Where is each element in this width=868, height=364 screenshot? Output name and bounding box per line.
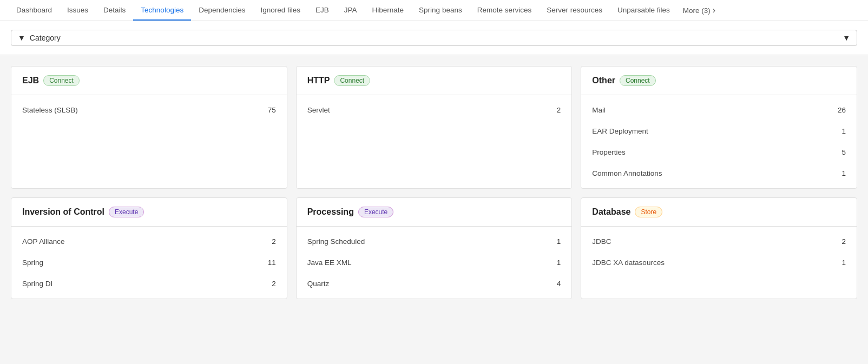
card-row-label: JDBC	[592, 237, 611, 246]
card-row-label: Stateless (SLSB)	[22, 106, 78, 114]
card-row-value: 1	[557, 259, 561, 267]
card-row-label: Spring Scheduled	[307, 237, 365, 246]
card-body: Servlet 2	[297, 95, 572, 125]
card-body: Mail 26 EAR Deployment 1 Properties 5 Co…	[581, 95, 857, 188]
nav-tab-spring-beans[interactable]: Spring beans	[411, 1, 470, 21]
card-row-label: Spring DI	[22, 280, 52, 288]
card-row-label: Servlet	[307, 106, 330, 114]
card-processing: Processing Execute Spring Scheduled 1 Ja…	[296, 197, 573, 299]
cards-grid: EJB Connect Stateless (SLSB) 75 HTTP Con…	[11, 66, 857, 299]
card-row: Spring Scheduled 1	[297, 231, 572, 252]
card-row-value: 1	[841, 169, 846, 177]
card-row: JDBC XA datasources 1	[581, 252, 857, 273]
card-row-value: 2	[841, 237, 846, 246]
card-row: EAR Deployment 1	[581, 121, 857, 142]
card-title: Processing	[307, 207, 354, 217]
card-title: Inversion of Control	[22, 207, 104, 217]
card-badge: Execute	[109, 207, 144, 217]
card-row-label: Mail	[592, 106, 606, 114]
nav-tab-ignored-files[interactable]: Ignored files	[253, 1, 308, 21]
card-row: Stateless (SLSB) 75	[11, 100, 287, 121]
nav-tab-unparsable-files[interactable]: Unparsable files	[610, 1, 678, 21]
card-row: Common Annotations 1	[581, 163, 857, 184]
card-row-value: 1	[841, 127, 846, 135]
card-row: Spring 11	[11, 252, 287, 273]
card-row: Java EE XML 1	[297, 252, 572, 273]
card-row: Spring DI 2	[11, 273, 287, 294]
card-row: Mail 26	[581, 100, 857, 121]
card-body: Stateless (SLSB) 75	[11, 95, 287, 125]
nav-tab-dependencies[interactable]: Dependencies	[191, 1, 253, 21]
card-row-value: 1	[557, 237, 561, 246]
nav-tab-hibernate[interactable]: Hibernate	[365, 1, 412, 21]
nav-tab-technologies[interactable]: Technologies	[133, 1, 191, 21]
card-body: AOP Alliance 2 Spring 11 Spring DI 2	[11, 227, 287, 299]
main-content: EJB Connect Stateless (SLSB) 75 HTTP Con…	[0, 55, 868, 364]
card-row: Quartz 4	[297, 273, 572, 294]
nav-tab-details[interactable]: Details	[96, 1, 133, 21]
card-row: Servlet 2	[297, 100, 572, 121]
filter-label: Category	[30, 34, 61, 42]
nav-tab-issues[interactable]: Issues	[60, 1, 96, 21]
card-body: JDBC 2 JDBC XA datasources 1	[581, 227, 857, 277]
card-title: HTTP	[307, 76, 330, 85]
card-title: EJB	[22, 76, 39, 85]
card-header-processing: Processing Execute	[297, 198, 572, 227]
nav-tab-jpa[interactable]: JPA	[337, 1, 365, 21]
card-row-value: 1	[841, 259, 846, 267]
card-row-value: 26	[838, 106, 846, 114]
card-row-label: Java EE XML	[307, 259, 352, 267]
card-header-ioc: Inversion of Control Execute	[11, 198, 287, 227]
card-body: Spring Scheduled 1 Java EE XML 1 Quartz …	[297, 227, 572, 299]
card-header-other: Other Connect	[581, 67, 857, 95]
card-row-value: 5	[841, 148, 846, 156]
nav-tab-more[interactable]: More (3)›	[678, 0, 721, 21]
category-filter[interactable]: ▼ Category ▼	[11, 30, 857, 46]
card-row-value: 2	[272, 280, 276, 288]
card-row-value: 2	[272, 237, 276, 246]
card-row-value: 75	[268, 106, 276, 114]
card-database: Database Store JDBC 2 JDBC XA datasource…	[581, 197, 857, 299]
filter-chevron: ▼	[843, 34, 850, 42]
card-title: Database	[592, 207, 630, 217]
card-row-value: 2	[557, 106, 561, 114]
more-label: More (3)	[683, 6, 711, 15]
filter-icon: ▼	[18, 34, 25, 42]
card-row-label: JDBC XA datasources	[592, 259, 665, 267]
card-badge: Store	[635, 207, 662, 217]
card-row-label: EAR Deployment	[592, 127, 648, 135]
card-row: Properties 5	[581, 142, 857, 163]
card-other: Other Connect Mail 26 EAR Deployment 1 P…	[581, 66, 857, 189]
card-badge: Connect	[43, 75, 80, 86]
more-chevron: ›	[713, 5, 715, 15]
card-row-label: Common Annotations	[592, 169, 662, 177]
card-row-label: AOP Alliance	[22, 237, 65, 246]
card-row: AOP Alliance 2	[11, 231, 287, 252]
card-row-label: Quartz	[307, 280, 330, 288]
card-badge: Connect	[334, 75, 370, 86]
nav-tab-remote-services[interactable]: Remote services	[470, 1, 540, 21]
card-header-http: HTTP Connect	[297, 67, 572, 95]
nav-tab-server-resources[interactable]: Server resources	[539, 1, 610, 21]
card-row-value: 4	[557, 280, 561, 288]
card-row-value: 11	[268, 259, 276, 267]
nav-tabs: DashboardIssuesDetailsTechnologiesDepend…	[0, 0, 868, 21]
card-badge: Execute	[358, 207, 393, 217]
card-row: JDBC 2	[581, 231, 857, 252]
nav-tab-dashboard[interactable]: Dashboard	[9, 1, 60, 21]
card-header-ejb: EJB Connect	[11, 67, 287, 95]
card-http: HTTP Connect Servlet 2	[296, 66, 573, 189]
card-ioc: Inversion of Control Execute AOP Allianc…	[11, 197, 287, 299]
nav-tab-ejb[interactable]: EJB	[308, 1, 337, 21]
card-title: Other	[592, 76, 615, 85]
card-header-database: Database Store	[581, 198, 857, 227]
card-row-label: Properties	[592, 148, 626, 156]
card-ejb: EJB Connect Stateless (SLSB) 75	[11, 66, 287, 189]
filter-bar: ▼ Category ▼	[0, 21, 868, 55]
card-row-label: Spring	[22, 259, 43, 267]
card-badge: Connect	[620, 75, 656, 86]
